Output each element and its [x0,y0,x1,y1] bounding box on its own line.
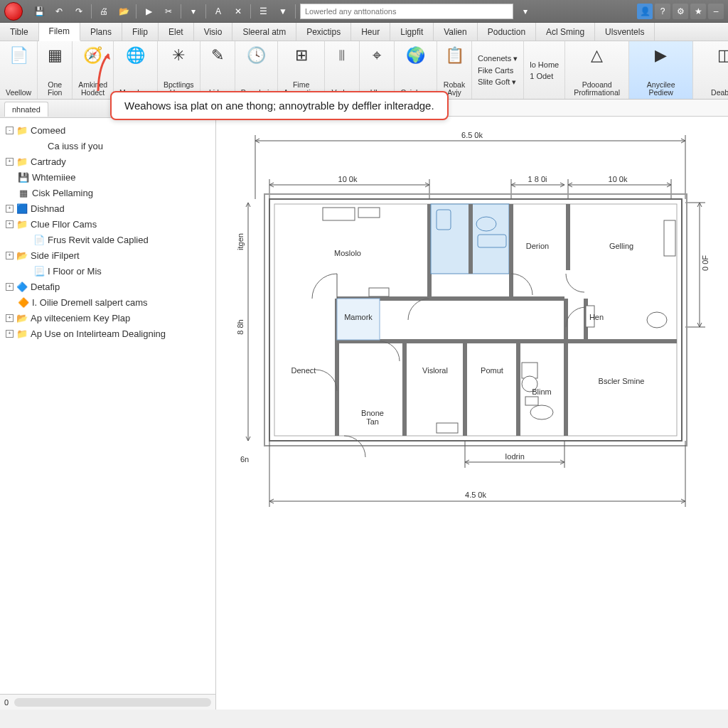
ribbon-stack-item[interactable]: Fike Carts [476,65,519,75]
ribbon-coinbeer-button[interactable]: 🌍Coinbeer [395,41,437,99]
menu-tab-sleeral atm[interactable]: Sleeral atm [232,23,296,41]
qat-open-icon[interactable]: 📂 [116,4,132,19]
levels-icon: ⫴ [331,44,353,67]
app-orb-icon[interactable] [4,2,23,21]
qat-text-icon[interactable]: A [210,4,226,19]
qat-search-dropdown-icon[interactable]: ▾ [518,4,533,19]
ribbon-stack-item[interactable]: 1 Odet [528,71,560,81]
svg-point-47 [647,312,667,328]
tree-node[interactable]: +📁Clue Fllor Cams [3,216,213,232]
qat-redo-icon[interactable]: ↷ [71,4,87,19]
menu-tab-ulsventels[interactable]: Ulsventels [595,23,655,41]
svg-text:itgen: itgen [236,233,245,250]
ribbon-pdooand-button[interactable]: △PdooandProfirmational [565,41,629,99]
tree-toggle-icon[interactable]: + [6,205,14,213]
menu-tab-acl sming[interactable]: Acl Sming [536,23,595,41]
menu-tab-filip[interactable]: Filip [122,23,159,41]
ribbon-deabnin-button[interactable]: ◫Deabnin [693,41,728,99]
tree-node[interactable]: +📁Ap Use on Intelirteam Dealigning [3,326,213,341]
tree-tab[interactable]: nhnated [4,102,48,117]
tree-toggle-icon[interactable]: + [6,314,14,322]
tree-node[interactable]: +🟦Dishnad [3,200,213,216]
qat-star-icon[interactable]: ★ [690,4,706,19]
tree-node-label: Clue Fllor Cams [31,219,97,230]
tree-scrollbar[interactable] [14,698,211,707]
qat-filter-icon[interactable]: ▼ [275,4,291,19]
ribbon-anycilee-button[interactable]: ▶AnycileePediew [629,41,693,99]
tree-node[interactable]: +📂Ap vilteceniem Key Plap [3,310,213,326]
ribbon-voden-button[interactable]: ⫴Voden [325,41,360,99]
tree-node[interactable]: Ca iuss if you [3,138,213,154]
svg-point-44 [476,217,496,231]
qat-undo-icon[interactable]: ↶ [51,4,67,19]
ribbon-one-button[interactable]: ▦OneFion [38,41,73,99]
tree-toggle-icon[interactable]: + [6,252,14,259]
svg-rect-52 [525,397,538,405]
ribbon-moscloon-button[interactable]: 🌐Moscloon [114,41,158,99]
menu-tab-filem[interactable]: Filem [39,23,80,41]
tree-toggle-icon[interactable]: + [6,158,14,166]
svg-text:Blinm: Blinm [532,387,552,396]
tree-node[interactable]: +📁Cartrady [3,154,213,169]
tree-node-label: Dishnad [31,203,65,214]
menu-tab-pexictips[interactable]: Pexictips [296,23,351,41]
menu-tab-ligpfit[interactable]: Ligpfit [390,23,434,41]
ribbon-label: PdooandProfirmational [574,81,620,97]
ribbon-stack-item[interactable]: Slite Goft ▾ [476,77,519,87]
ribbon-ubp-button[interactable]: ⌖Ubp [360,41,395,99]
qat-save-icon[interactable]: 💾 [31,4,47,19]
cube-icon: ◫ [714,44,728,67]
qat-close-icon[interactable]: ✕ [230,4,246,19]
menu-tab-poduction[interactable]: Poduction [478,23,536,41]
tree-node-label: Ap Use on Intelirteam Dealigning [31,328,166,339]
ribbon-fime-button[interactable]: ⊞FimeAccoration [278,41,326,99]
cube-blue-icon: 🟦 [16,203,28,214]
qat-user-icon[interactable]: 👤 [637,4,653,19]
ribbon-stack-item[interactable]: Conenets ▾ [476,53,519,64]
qat-min-icon[interactable]: – [708,4,724,19]
ribbon-bpctlings-button[interactable]: ✳BpctlingsUgna [158,41,200,99]
tree-node[interactable]: +📂Side iFilpert [3,247,213,263]
ribbon: Weahows isa plat on ane thong; annoytrab… [0,41,728,100]
menu-tab-elet[interactable]: Elet [159,23,194,41]
tree-node-label: Side iFilpert [31,250,80,261]
qat-list-icon[interactable]: ☰ [255,4,271,19]
menu-tab-plans[interactable]: Plans [80,23,122,41]
ribbon-label: OneFion [48,81,62,97]
qat-cut-icon[interactable]: ✂ [161,4,176,19]
folder-yellow-icon: 📂 [16,312,28,323]
tree-node[interactable]: 📃I Floor or Mis [3,263,213,279]
tree-node[interactable]: ▦Cisk Pellaming [3,185,213,200]
menu-tab-tible[interactable]: Tible [0,23,39,41]
tree-toggle-icon[interactable]: + [6,330,14,338]
tree-toggle-icon[interactable]: + [6,283,14,291]
qat-run-icon[interactable]: ▶ [141,4,156,19]
svg-text:6n: 6n [240,455,249,464]
qat-print-icon[interactable]: 🖨 [96,4,112,19]
menu-tab-visio[interactable]: Visio [194,23,233,41]
ribbon-stack-item[interactable]: lo Home [528,60,560,70]
tree-toggle-icon[interactable]: + [6,220,14,228]
tree-node[interactable]: 💾Whtemiiee [3,169,213,185]
qat-share-icon[interactable]: ⚙ [673,4,688,19]
qat-dropdown-icon[interactable]: ▾ [186,4,201,19]
drawing-canvas[interactable]: Edaction: 6.5 0k 10 0k 1 8 0i [216,100,728,710]
tree-node[interactable]: 📄Frus Revit valde Caplied [3,232,213,247]
search-input[interactable] [300,4,513,19]
menu-tab-valien[interactable]: Valien [434,23,477,41]
ribbon-veellow-button[interactable]: 📄Veellow [0,41,38,99]
ribbon-poorrbuir-button[interactable]: 🕓Poorrbuir [235,41,278,99]
tree-toggle-icon[interactable]: - [6,127,14,134]
folder-yellow-icon: 📂 [16,250,28,261]
tree-node[interactable]: -📁Comeed [3,122,213,138]
tree-node-label: Cartrady [31,156,66,167]
floor-plan-svg: 6.5 0k 10 0k 1 8 0i 10 0k itgen 8 8h [230,128,714,640]
ribbon-lider-button[interactable]: ✎Lider [200,41,235,99]
separator [295,4,296,18]
tree-node[interactable]: 🔶I. Oilie Dremell salpert cams [3,294,213,310]
ribbon-robak avjy-button[interactable]: 📋Robak Avjy [437,41,472,99]
tree-node-label: Frus Revit valde Caplied [48,235,149,245]
tree-node[interactable]: +🔷Detafip [3,279,213,294]
qat-help-icon[interactable]: ? [655,4,670,19]
menu-tab-heur[interactable]: Heur [351,23,390,41]
